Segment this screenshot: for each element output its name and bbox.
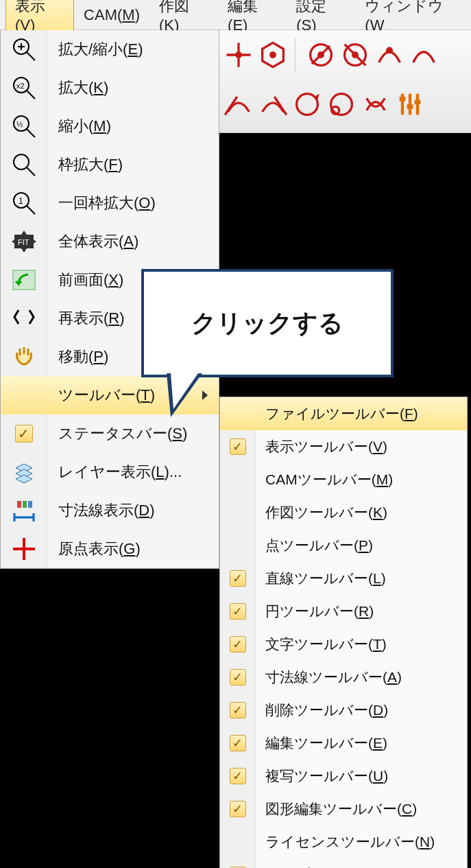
origin-icon (1, 530, 47, 568)
submenu-item-label: ファイルツールバー(F) (256, 404, 467, 423)
toolbar-submenu-item-13[interactable]: ライセンスツールバー(N) (220, 825, 467, 858)
arc-swap-icon[interactable] (361, 89, 391, 119)
menu-item-label: 全体表示(A) (47, 231, 212, 252)
svg-rect-46 (28, 501, 32, 508)
zoom-plus-icon (1, 30, 47, 69)
svg-point-4 (271, 53, 276, 58)
zoom-x2-icon: x2 (1, 69, 47, 107)
toolbar-submenu-item-9[interactable]: ✓削除ツールバー(D) (220, 694, 467, 727)
view-menu-item-11[interactable]: レイヤー表示(L)... (1, 453, 219, 491)
svg-line-36 (27, 206, 35, 214)
pan-icon (1, 338, 47, 376)
menu-item-label: 寸法線表示(D) (47, 500, 212, 521)
toolbar-submenu-item-7[interactable]: ✓文字ツールバー(T) (220, 628, 467, 661)
view-menu-item-0[interactable]: 拡大/縮小(E) (1, 30, 219, 69)
view-menu-item-12[interactable]: 寸法線表示(D) (1, 491, 219, 530)
view-menu-item-5[interactable]: FIT全体表示(A) (1, 222, 219, 261)
zoom-frame-icon (1, 145, 47, 184)
submenu-item-label: 点ツールバー(P) (256, 536, 467, 555)
menu-item-label: 縮小(M) (47, 116, 212, 137)
submenu-item-label: ライセンスツールバー(N) (256, 832, 467, 852)
toolbar-submenu: ファイルツールバー(F)✓表示ツールバー(V)CAMツールバー(M)作図ツールバ… (219, 397, 468, 868)
menu-item-label: 一回枠拡大(O) (47, 193, 212, 213)
view-menu-item-1[interactable]: x2拡大(K) (1, 69, 219, 107)
arc-icon[interactable] (409, 40, 439, 70)
svg-rect-21 (407, 104, 413, 109)
toolbar-submenu-item-12[interactable]: ✓図形編集ツールバー(C) (220, 793, 467, 825)
check-icon (220, 397, 256, 430)
check-icon (220, 463, 256, 496)
toolbar-submenu-item-11[interactable]: ✓複写ツールバー(U) (220, 760, 467, 793)
submenu-item-label: CAMツールバー(M) (256, 470, 467, 489)
svg-line-24 (27, 52, 35, 60)
toolbar-submenu-item-4[interactable]: 点ツールバー(P) (220, 529, 467, 562)
view-menu-item-13[interactable]: 原点表示(G) (1, 530, 219, 568)
toolbar-submenu-item-6[interactable]: ✓円ツールバー(R) (220, 595, 467, 628)
submenu-item-label: 直線ツールバー(L) (256, 569, 467, 588)
hex-dot-icon[interactable] (258, 40, 288, 70)
submenu-item-label: 表示ツールバー(V) (256, 437, 467, 456)
circle-diag2-icon[interactable] (340, 40, 370, 70)
toolbar-submenu-item-14[interactable]: ✓ヘルプツールバー(H) (220, 858, 467, 868)
circle-diag-icon[interactable] (306, 40, 336, 70)
dim-icon (1, 491, 47, 530)
zoom-half-icon: ½ (1, 107, 47, 145)
svg-point-14 (297, 94, 318, 115)
menu-item-label: レイヤー表示(L)... (47, 462, 212, 482)
check-icon: ✓ (220, 628, 256, 661)
svg-line-13 (274, 97, 287, 115)
toolbar-submenu-item-0[interactable]: ファイルツールバー(F) (220, 397, 467, 430)
prev-icon (1, 261, 47, 299)
toolbar-submenu-item-5[interactable]: ✓直線ツールバー(L) (220, 562, 467, 595)
view-menu-item-10[interactable]: ✓ステータスバー(S) (1, 414, 219, 453)
check-icon (220, 825, 256, 858)
callout-text: クリックする (191, 307, 343, 340)
arc-tangent-icon[interactable] (224, 89, 254, 119)
check-icon: ✓ (220, 661, 256, 694)
circle-small-icon[interactable] (326, 89, 357, 119)
svg-rect-40 (13, 270, 35, 290)
svg-point-7 (319, 53, 324, 58)
submenu-item-label: 円ツールバー(R) (256, 602, 467, 621)
svg-rect-44 (17, 501, 21, 508)
svg-point-33 (14, 154, 29, 169)
cross-target-icon[interactable] (224, 40, 254, 70)
view-menu-item-2[interactable]: ½縮小(M) (1, 107, 219, 145)
check-icon: ✓ (1, 414, 47, 453)
view-menu-item-3[interactable]: 枠拡大(F) (1, 145, 219, 184)
menu-item-label: 拡大(K) (47, 78, 212, 98)
check-icon: ✓ (220, 727, 256, 760)
menu-1[interactable]: CAM(M) (74, 2, 149, 28)
toolbar-submenu-item-2[interactable]: CAMツールバー(M) (220, 463, 467, 496)
submenu-item-label: 編集ツールバー(E) (256, 734, 467, 753)
layers-icon (1, 453, 47, 491)
arc-dot-icon[interactable] (374, 40, 404, 70)
check-icon: ✓ (220, 562, 256, 595)
toolbar-submenu-item-8[interactable]: ✓寸法線ツールバー(A) (220, 661, 467, 694)
submenu-item-label: 図形編集ツールバー(C) (256, 799, 467, 819)
check-icon: ✓ (220, 793, 256, 825)
toolbar-submenu-item-10[interactable]: ✓編集ツールバー(E) (220, 727, 467, 760)
svg-text:x2: x2 (16, 82, 25, 90)
menu-item-label: 枠拡大(F) (47, 154, 212, 175)
check-icon (220, 529, 256, 562)
toolbar-submenu-item-3[interactable]: 作図ツールバー(K) (220, 496, 467, 529)
view-menu-item-4[interactable]: 1一回枠拡大(O) (1, 184, 219, 222)
menu-item-label: 拡大/縮小(E) (47, 39, 212, 60)
arc-tangent2-icon[interactable] (258, 89, 288, 119)
svg-line-34 (27, 167, 35, 176)
svg-rect-45 (23, 501, 27, 508)
submenu-item-label: 作図ツールバー(K) (256, 503, 467, 522)
check-icon (220, 496, 256, 529)
empty-icon (1, 376, 47, 414)
svg-line-28 (27, 91, 35, 99)
menu-item-label: ステータスバー(S) (47, 423, 212, 444)
circle-arrow-icon[interactable] (292, 89, 322, 119)
svg-text:FIT: FIT (18, 238, 29, 246)
svg-line-12 (225, 97, 237, 115)
toolbar-submenu-item-1[interactable]: ✓表示ツールバー(V) (220, 430, 467, 463)
sliders-icon[interactable] (395, 89, 425, 119)
submenu-item-label: ヘルプツールバー(H) (256, 865, 467, 868)
svg-rect-20 (400, 97, 406, 102)
check-icon: ✓ (220, 760, 256, 793)
